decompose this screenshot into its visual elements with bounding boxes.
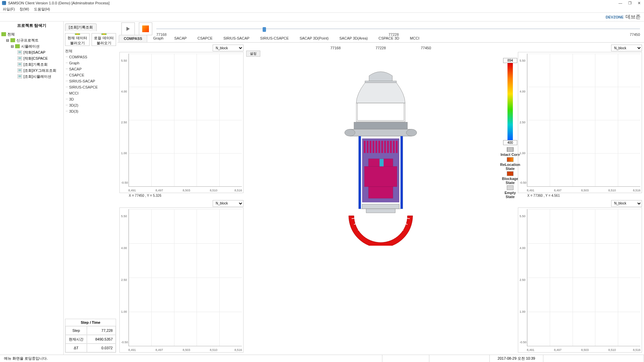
legend-label: Blockage State	[500, 177, 520, 185]
legend-label: Intact Core	[500, 153, 520, 157]
svg-rect-15	[373, 141, 374, 153]
slider-thumb[interactable]	[263, 27, 266, 32]
menu-file[interactable]: 파일(F)	[3, 7, 15, 12]
slider-tick: 77450	[630, 33, 640, 37]
svg-rect-4	[354, 122, 407, 129]
colorbar-min: 400	[503, 140, 517, 145]
menubar: 파일(F) 창(W) 도움말(H)	[0, 6, 644, 13]
list-item[interactable]: 3D(2)	[65, 102, 116, 108]
tree-item[interactable]: [조회]XY그래프조회	[23, 67, 56, 73]
tree-project[interactable]: 신규프로젝트	[16, 37, 39, 43]
page-icon	[17, 68, 22, 72]
legend-label: Empty State	[500, 191, 520, 199]
colorbar: 894 400 Intact Core ReLocation State Blo…	[506, 58, 514, 199]
svg-line-32	[358, 228, 362, 230]
series-select[interactable]: N_block	[213, 200, 244, 207]
plot[interactable]: 5.50 4.00 2.50 1.00 -0.50 8,491 8,497 8,…	[518, 207, 642, 353]
tab-sacap-3d-area[interactable]: SACAP 3D(Area)	[335, 35, 373, 42]
status-message: 메뉴 화면을 로딩중입니다.	[0, 355, 382, 362]
list-item[interactable]: SIRIUS-SACAP	[65, 78, 116, 84]
tab-sirius-csapce[interactable]: SIRIUS-CSAPCE	[256, 35, 294, 42]
slider-tick: 77168	[156, 33, 167, 37]
page-icon	[17, 56, 22, 60]
tree-item[interactable]: [조회]시뮬레이션	[23, 73, 51, 79]
tab-sirius-sacap[interactable]: SIRIUS-SACAP	[219, 35, 254, 42]
series-select[interactable]: N_block	[611, 200, 642, 207]
view-list: 전체 COMPASS Graph SACAP CSAPCE SIRIUS-SAC…	[65, 48, 116, 114]
legend-swatch-intact	[507, 147, 514, 152]
minimize-button[interactable]: —	[619, 1, 622, 5]
svg-rect-17	[378, 141, 380, 153]
slider-tick: 77228	[388, 33, 399, 37]
svg-rect-16	[375, 141, 377, 153]
list-item[interactable]: 3D(3)	[65, 108, 116, 114]
list-root[interactable]: 전체	[65, 48, 116, 54]
plot[interactable]: 5.50 4.00 2.50 1.00 -0.50 8,491 8,497 8,…	[119, 52, 244, 193]
list-item[interactable]: 3D	[65, 96, 116, 102]
tab-mcci[interactable]: MCCI	[405, 35, 424, 42]
svg-rect-28	[362, 204, 399, 209]
legend-label: ReLocation State	[500, 163, 520, 171]
ruler-tick: 77168	[330, 46, 341, 50]
svg-rect-5	[350, 129, 412, 136]
chart-top-left: N_block 5.50 4.00 2.50 1.00 -0.50 8,491 …	[119, 45, 244, 197]
tree-sim[interactable]: 시뮬레이션	[21, 43, 40, 49]
tree-item[interactable]: [작화]SACAP	[23, 49, 45, 55]
play-button[interactable]	[121, 22, 135, 35]
list-item[interactable]: SACAP	[65, 66, 116, 72]
tab-csapce[interactable]: CSAPCE	[193, 35, 217, 42]
menu-help[interactable]: 도움말(H)	[34, 7, 50, 12]
status-cell	[429, 355, 490, 362]
stop-button[interactable]	[139, 22, 152, 35]
time-label: 현재시간	[65, 335, 87, 344]
settings-button[interactable]: 설정	[246, 51, 260, 57]
svg-rect-23	[396, 141, 397, 153]
tab-sacap[interactable]: SACAP	[169, 35, 191, 42]
menu-window[interactable]: 창(W)	[19, 7, 29, 12]
list-item[interactable]: Graph	[65, 60, 116, 66]
svg-rect-13	[367, 141, 368, 153]
list-item[interactable]: MCCI	[65, 90, 116, 96]
series-select[interactable]: N_block	[213, 45, 244, 51]
plot[interactable]: 5.50 4.00 2.50 1.00 -0.50 8,491 8,497 8,…	[119, 207, 244, 353]
tree-root[interactable]: 전체	[7, 31, 15, 37]
svg-rect-9	[359, 136, 361, 209]
tab-compass[interactable]: COMPASS	[119, 35, 147, 42]
sidebar-title: 프로젝트 탐색기	[0, 21, 63, 31]
ruler-tick: 77450	[421, 46, 431, 50]
list-item[interactable]: CSAPCE	[65, 72, 116, 78]
series-select[interactable]: N_block	[611, 45, 642, 51]
tree-item[interactable]: [조회]기록조회	[23, 61, 48, 67]
project-tree[interactable]: 전체 ⊟신규프로젝트 ⊟시뮬레이션 [작화]SACAP [작화]CSPACE […	[0, 31, 63, 80]
maximize-button[interactable]: ❐	[628, 1, 632, 5]
legend-swatch-relocation	[507, 157, 514, 162]
folder-icon	[15, 44, 20, 48]
close-button[interactable]: ✕	[638, 1, 641, 5]
svg-marker-0	[126, 27, 130, 31]
load-local-button[interactable]: 로컬 데이터 불러오기	[92, 33, 116, 46]
plot[interactable]: 5.50 4.00 2.50 1.00 -0.50 8,491 8,497 8,…	[518, 52, 642, 193]
statusbar: 메뉴 화면을 로딩중입니다. 2017-08-29 오전 10:39	[0, 355, 644, 362]
legend-swatch-empty	[507, 185, 514, 190]
page-icon	[17, 74, 22, 78]
brand-name: 데브존	[626, 14, 641, 20]
list-item[interactable]: COMPASS	[65, 54, 116, 60]
time-value: 8490.5357	[87, 335, 116, 344]
svg-rect-10	[400, 136, 403, 209]
project-explorer: 프로젝트 탐색기 전체 ⊟신규프로젝트 ⊟시뮬레이션 [작화]SACAP [작화…	[0, 21, 64, 355]
svg-line-37	[390, 235, 392, 238]
expand-icon[interactable]: ⊟	[11, 43, 14, 49]
colorbar-gradient	[507, 63, 513, 140]
brand-zone: DEVZONE	[606, 15, 624, 19]
load-current-button[interactable]: 현재 데이터 불러오기	[65, 33, 90, 46]
time-slider[interactable]: 77168 77228 77450	[156, 26, 640, 31]
expand-icon[interactable]: ⊟	[6, 37, 9, 43]
svg-rect-26	[369, 187, 393, 198]
tab-sacap-3d-point[interactable]: SACAP 3D(Point)	[295, 35, 333, 42]
list-item[interactable]: SIRIUS-CSAPCE	[65, 84, 116, 90]
tree-item[interactable]: [작화]CSPACE	[23, 55, 48, 61]
cursor-coord: X = 77360 , Y = 4.561	[518, 193, 642, 197]
page-tab[interactable]: [조회]기록조회	[65, 23, 97, 31]
stop-icon	[142, 25, 149, 32]
svg-rect-1	[365, 81, 396, 83]
